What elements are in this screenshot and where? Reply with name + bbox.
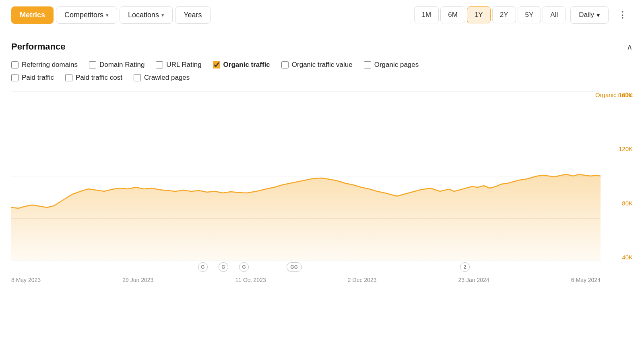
locations-button[interactable]: Locations ▾: [120, 6, 173, 24]
checkbox-domain-rating[interactable]: Domain Rating: [89, 61, 144, 69]
num-badge-2: 2: [460, 262, 470, 272]
g-badge-4: GG: [287, 262, 302, 272]
y-label-160k: 160K: [605, 91, 633, 98]
checkbox-organic-pages[interactable]: Organic pages: [364, 61, 419, 69]
chart-container: Organic traffic: [11, 91, 633, 283]
performance-section: Performance ∧ Referring domains Domain R…: [0, 30, 644, 283]
g-badge-2: G: [219, 262, 228, 272]
chart-wrapper: 160K 120K 80K 40K 0: [11, 91, 601, 261]
checkbox-url-rating[interactable]: URL Rating: [156, 61, 201, 69]
more-icon: ⋮: [618, 10, 627, 20]
checkbox-rows: Referring domains Domain Rating URL Rati…: [11, 61, 633, 82]
metrics-label: Metrics: [20, 11, 45, 19]
daily-dropdown-button[interactable]: Daily ▾: [570, 6, 609, 24]
locations-label: Locations: [128, 11, 159, 19]
checkbox-referring-domains[interactable]: Referring domains: [11, 61, 78, 69]
y-label-40k: 40K: [605, 254, 633, 261]
more-options-button[interactable]: ⋮: [613, 6, 633, 24]
checkbox-crawled-pages[interactable]: Crawled pages: [134, 74, 190, 82]
metrics-button[interactable]: Metrics: [11, 6, 54, 24]
chart-svg: [11, 91, 601, 261]
competitors-button[interactable]: Competitors ▾: [56, 6, 117, 24]
grid-line-bottom: [11, 261, 601, 261]
y-label-120k: 120K: [605, 145, 633, 152]
performance-title: Performance: [11, 41, 66, 52]
x-badges-row: G G G GG 2: [11, 262, 601, 275]
nav-left-group: Metrics Competitors ▾ Locations ▾ Years: [11, 6, 211, 24]
x-label-1: 8 May 2023: [11, 277, 41, 283]
time-1m-button[interactable]: 1M: [414, 6, 439, 23]
x-label-4: 2 Dec 2023: [348, 277, 377, 283]
chart-area-fill: [11, 174, 601, 261]
years-button[interactable]: Years: [175, 6, 210, 24]
performance-header: Performance ∧: [11, 41, 633, 52]
checkbox-row-2: Paid traffic Paid traffic cost Crawled p…: [11, 74, 633, 82]
collapse-button[interactable]: ∧: [627, 42, 633, 52]
time-all-button[interactable]: All: [543, 6, 566, 23]
chevron-down-icon: ▾: [161, 12, 164, 18]
y-label-0: 0: [637, 254, 644, 261]
checkbox-organic-traffic[interactable]: Organic traffic: [213, 61, 270, 69]
g-badge-1: G: [198, 262, 208, 272]
time-2y-button[interactable]: 2Y: [492, 6, 516, 23]
g-badge-3: G: [239, 262, 249, 272]
x-axis: 8 May 2023 29 Jun 2023 11 Oct 2023 2 Dec…: [11, 277, 601, 283]
years-label: Years: [184, 11, 202, 19]
time-6m-button[interactable]: 6M: [440, 6, 465, 23]
x-label-2: 29 Jun 2023: [122, 277, 153, 283]
chevron-down-icon: ▾: [106, 12, 109, 18]
daily-label: Daily: [579, 11, 594, 19]
checkbox-row-1: Referring domains Domain Rating URL Rati…: [11, 61, 633, 69]
competitors-label: Competitors: [64, 11, 103, 19]
x-label-5: 23 Jan 2024: [458, 277, 489, 283]
x-label-6: 6 May 2024: [571, 277, 601, 283]
time-1y-button[interactable]: 1Y: [467, 6, 491, 23]
x-label-3: 11 Oct 2023: [235, 277, 266, 283]
y-label-80k: 80K: [605, 200, 633, 207]
x-labels-row: 8 May 2023 29 Jun 2023 11 Oct 2023 2 Dec…: [11, 277, 601, 283]
checkbox-paid-traffic-cost[interactable]: Paid traffic cost: [65, 74, 122, 82]
nav-right-group: 1M 6M 1Y 2Y 5Y All Daily ▾ ⋮: [414, 6, 633, 24]
checkbox-paid-traffic[interactable]: Paid traffic: [11, 74, 54, 82]
checkbox-organic-traffic-value[interactable]: Organic traffic value: [281, 61, 353, 69]
top-navigation: Metrics Competitors ▾ Locations ▾ Years …: [0, 0, 644, 30]
chevron-down-icon: ▾: [597, 11, 600, 19]
time-5y-button[interactable]: 5Y: [518, 6, 541, 23]
y-axis: 160K 120K 80K 40K 0: [605, 91, 633, 261]
